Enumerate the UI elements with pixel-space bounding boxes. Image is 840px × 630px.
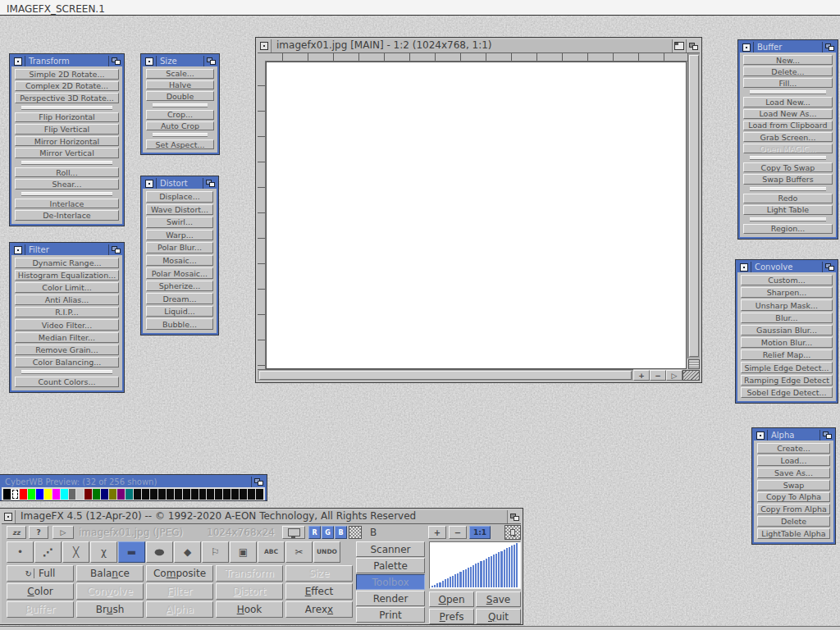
palette-swatch[interactable] bbox=[84, 489, 92, 500]
palette-swatch[interactable] bbox=[215, 489, 222, 500]
redo-button[interactable]: Redo bbox=[743, 194, 833, 203]
effect-button[interactable]: Effect bbox=[285, 583, 353, 600]
save-button[interactable]: Save bbox=[476, 591, 521, 607]
complex-2d-rotate-button[interactable]: Complex 2D Rotate... bbox=[15, 81, 119, 92]
lighttable-alpha-button[interactable]: LightTable Alpha bbox=[757, 528, 830, 539]
color-button[interactable]: Color bbox=[7, 583, 74, 600]
undo-button[interactable]: UNDO bbox=[313, 541, 340, 563]
close-icon[interactable] bbox=[737, 262, 751, 272]
balance-button[interactable]: Balance bbox=[76, 565, 144, 582]
text-tool[interactable]: ABC bbox=[258, 541, 285, 563]
depth-icon[interactable] bbox=[822, 262, 836, 272]
transform-titlebar[interactable]: Transform bbox=[11, 56, 122, 66]
palette-swatch[interactable] bbox=[240, 489, 247, 500]
palette-swatch[interactable] bbox=[256, 489, 263, 500]
scale-button[interactable]: Scale... bbox=[146, 69, 214, 79]
close-icon[interactable] bbox=[754, 430, 768, 441]
screen-mode-icon[interactable] bbox=[688, 359, 700, 369]
load-button[interactable]: Load... bbox=[757, 455, 830, 466]
r-i-p-button[interactable]: R.I.P... bbox=[15, 307, 119, 317]
light-table-button[interactable]: Light Table bbox=[743, 205, 833, 215]
save-as-button[interactable]: Save As... bbox=[757, 468, 830, 478]
crop-tool[interactable]: ✂ bbox=[285, 541, 313, 563]
bubble-button[interactable]: Bubble... bbox=[146, 318, 213, 330]
full-button[interactable]: ↻Full bbox=[7, 565, 74, 582]
zoom-gadget-icon[interactable] bbox=[672, 39, 686, 52]
brush-button[interactable]: Brush bbox=[76, 601, 144, 618]
palette-swatch[interactable] bbox=[223, 489, 231, 500]
horizontal-scrollbar[interactable] bbox=[258, 369, 633, 381]
copy-to-alpha-button[interactable]: Copy To Alpha bbox=[757, 492, 830, 503]
tag-tool[interactable]: ▣ bbox=[230, 541, 257, 563]
spherize-button[interactable]: Spherize... bbox=[146, 281, 213, 292]
image-window-titlebar[interactable]: imagefx01.jpg [MAIN] - 1:2 (1024x768, 1:… bbox=[258, 39, 700, 53]
channel-g-button[interactable]: G bbox=[322, 526, 334, 539]
perspective-3d-rotate-button[interactable]: Perspective 3D Rotate... bbox=[15, 93, 119, 103]
palette-button[interactable]: Palette bbox=[356, 558, 425, 573]
palette-swatch[interactable] bbox=[199, 489, 207, 500]
color-limit-button[interactable]: Color Limit... bbox=[15, 282, 119, 293]
histogram-equalization-button[interactable]: Histogram Equalization... bbox=[15, 270, 119, 281]
resize-handle[interactable] bbox=[682, 370, 700, 381]
dither-channel-button[interactable] bbox=[349, 526, 362, 539]
print-button[interactable]: Print bbox=[356, 607, 425, 623]
sharpen-button[interactable]: Sharpen... bbox=[741, 287, 833, 298]
scanner-button[interactable]: Scanner bbox=[356, 541, 425, 557]
depth-icon[interactable] bbox=[822, 42, 836, 52]
ramping-edge-detect-button[interactable]: Ramping Edge Detect bbox=[741, 375, 833, 386]
zoom-ratio-button[interactable]: 1:1 bbox=[469, 526, 491, 539]
line-tool[interactable]: ╳ bbox=[62, 541, 89, 563]
palette-swatch[interactable] bbox=[175, 489, 182, 500]
palette-swatch[interactable] bbox=[76, 489, 84, 500]
gaussian-blur-button[interactable]: Gaussian Blur... bbox=[741, 325, 833, 336]
horizontal-scrollbar-thumb[interactable] bbox=[259, 371, 632, 380]
delete-button[interactable]: Delete... bbox=[743, 66, 833, 76]
palette-swatch[interactable] bbox=[142, 489, 149, 500]
sleep-button[interactable]: zz bbox=[7, 526, 26, 539]
palette-swatch[interactable] bbox=[126, 489, 133, 500]
vertical-scrollbar[interactable] bbox=[687, 53, 700, 358]
depth-icon[interactable] bbox=[507, 510, 521, 523]
de-interlace-button[interactable]: De-Interlace bbox=[15, 210, 119, 221]
delete-button[interactable]: Delete bbox=[757, 516, 830, 527]
depth-icon[interactable] bbox=[819, 430, 833, 441]
screen-titlebar[interactable]: IMAGEFX_SCREEN.1 bbox=[0, 0, 840, 16]
pan-button[interactable]: ▷ bbox=[666, 370, 682, 381]
palette-swatch[interactable] bbox=[44, 489, 52, 500]
halve-button[interactable]: Halve bbox=[146, 80, 214, 90]
palette-swatch[interactable] bbox=[61, 489, 68, 500]
zoom-in-button[interactable]: + bbox=[633, 370, 650, 381]
dream-button[interactable]: Dream... bbox=[146, 293, 213, 304]
toolbar-zoom-in-button[interactable]: + bbox=[428, 526, 446, 539]
palette-swatch[interactable] bbox=[183, 489, 190, 500]
palette-swatch[interactable] bbox=[248, 489, 255, 500]
palette-swatch[interactable] bbox=[109, 489, 116, 500]
displace-button[interactable]: Displace... bbox=[146, 191, 213, 203]
convolve-titlebar[interactable]: Convolve bbox=[737, 262, 836, 272]
polar-mosaic-button[interactable]: Polar Mosaic... bbox=[146, 267, 213, 279]
close-icon[interactable] bbox=[143, 56, 157, 66]
copy-to-swap-button[interactable]: Copy To Swap bbox=[743, 162, 833, 172]
depth-icon[interactable] bbox=[203, 56, 217, 66]
load-from-clipboard-button[interactable]: Load from Clipboard bbox=[743, 121, 833, 130]
palette-swatch[interactable] bbox=[158, 489, 166, 500]
depth-icon[interactable] bbox=[203, 178, 217, 189]
depth-icon[interactable] bbox=[108, 244, 122, 255]
palette-swatch[interactable] bbox=[20, 489, 27, 500]
load-new-button[interactable]: Load New... bbox=[743, 97, 833, 107]
sobel-edge-detect-button[interactable]: Sobel Edge Detect... bbox=[741, 387, 833, 398]
swirl-button[interactable]: Swirl... bbox=[146, 217, 213, 228]
arexx-button[interactable]: Arexx bbox=[285, 601, 353, 618]
close-icon[interactable] bbox=[143, 178, 157, 189]
zoom-out-button[interactable]: − bbox=[650, 370, 666, 381]
alpha-titlebar[interactable]: Alpha bbox=[754, 430, 833, 441]
close-icon[interactable] bbox=[740, 42, 754, 52]
palette-swatch[interactable] bbox=[117, 489, 125, 500]
warp-button[interactable]: Warp... bbox=[146, 230, 213, 241]
relief-map-button[interactable]: Relief Map... bbox=[741, 349, 833, 360]
open-button[interactable]: Open bbox=[429, 591, 474, 607]
brush-tool[interactable]: ⚐ bbox=[202, 541, 229, 563]
mirror-horizontal-button[interactable]: Mirror Horizontal bbox=[15, 136, 119, 147]
toolbar-zoom-out-button[interactable]: − bbox=[449, 526, 467, 539]
roll-button[interactable]: Roll... bbox=[15, 167, 119, 178]
